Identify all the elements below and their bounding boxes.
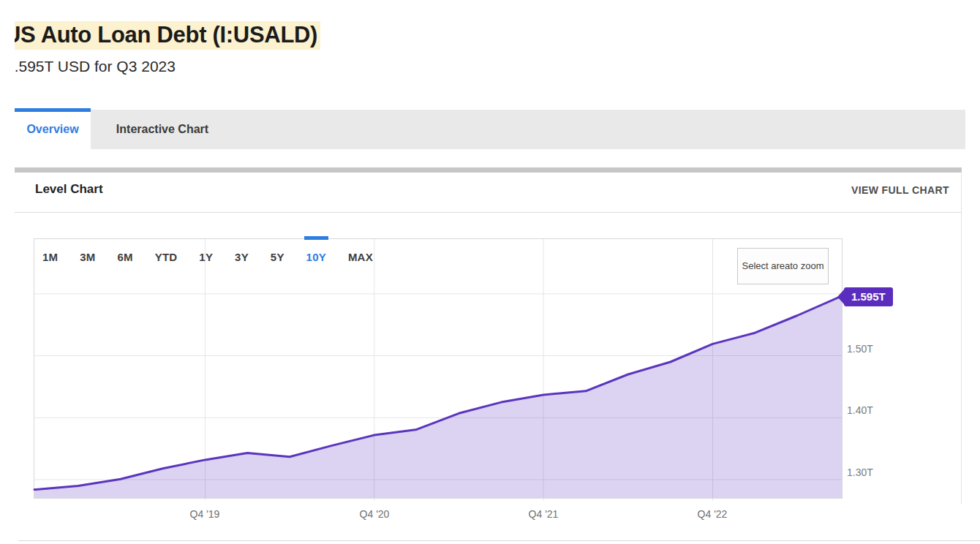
y-axis-label: 1.50T bbox=[847, 343, 873, 355]
zoom-button-label: Select area bbox=[742, 260, 790, 273]
tab-interactive-chart[interactable]: Interactive Chart bbox=[91, 110, 234, 149]
page-header: US Auto Loan Debt (I:USALD) 1.595T USD f… bbox=[15, 19, 527, 83]
y-axis-label: 1.40T bbox=[847, 404, 873, 416]
view-full-chart-link[interactable]: VIEW FULL CHART bbox=[851, 184, 949, 196]
range-button-6m[interactable]: 6M bbox=[118, 252, 133, 263]
page-title-highlight: US Auto Loan Debt (I:USALD) bbox=[15, 21, 320, 50]
range-button-1m[interactable]: 1M bbox=[42, 252, 58, 263]
tab-overview[interactable]: Overview bbox=[15, 108, 91, 149]
range-selector: 1M3M6MYTD1Y3Y5Y10YMAX bbox=[42, 252, 373, 263]
card-horizontal-scrollbar[interactable] bbox=[15, 167, 962, 173]
chart-plot-area[interactable]: 1M3M6MYTD1Y3Y5Y10YMAX Select areato zoom bbox=[34, 238, 843, 499]
range-button-5y[interactable]: 5Y bbox=[271, 252, 284, 263]
current-value-badge: 1.595T bbox=[844, 287, 893, 306]
select-area-to-zoom-button[interactable]: Select areato zoom bbox=[737, 248, 829, 284]
range-button-3y[interactable]: 3Y bbox=[235, 252, 249, 263]
x-axis-label: Q4 '22 bbox=[683, 508, 742, 520]
range-button-3m[interactable]: 3M bbox=[80, 252, 95, 263]
bottom-divider bbox=[18, 540, 980, 541]
range-button-1y[interactable]: 1Y bbox=[199, 252, 213, 263]
x-axis-label: Q4 '19 bbox=[176, 508, 234, 520]
range-button-10y[interactable]: 10Y bbox=[306, 252, 326, 263]
range-button-ytd[interactable]: YTD bbox=[155, 252, 178, 263]
section-divider bbox=[15, 212, 962, 213]
y-axis-label: 1.30T bbox=[847, 466, 873, 478]
x-axis-label: Q4 '20 bbox=[345, 508, 404, 520]
section-title: Level Chart bbox=[35, 182, 103, 197]
range-button-max[interactable]: MAX bbox=[348, 252, 373, 263]
zoom-button-label: to zoom bbox=[790, 260, 823, 273]
page-subtitle: 1.595T USD for Q3 2023 bbox=[15, 58, 527, 75]
card-right-border bbox=[961, 173, 962, 504]
page-title: US Auto Loan Debt (I:USALD) bbox=[15, 19, 527, 51]
x-axis-label: Q4 '21 bbox=[514, 508, 573, 520]
area-chart[interactable] bbox=[34, 239, 842, 498]
